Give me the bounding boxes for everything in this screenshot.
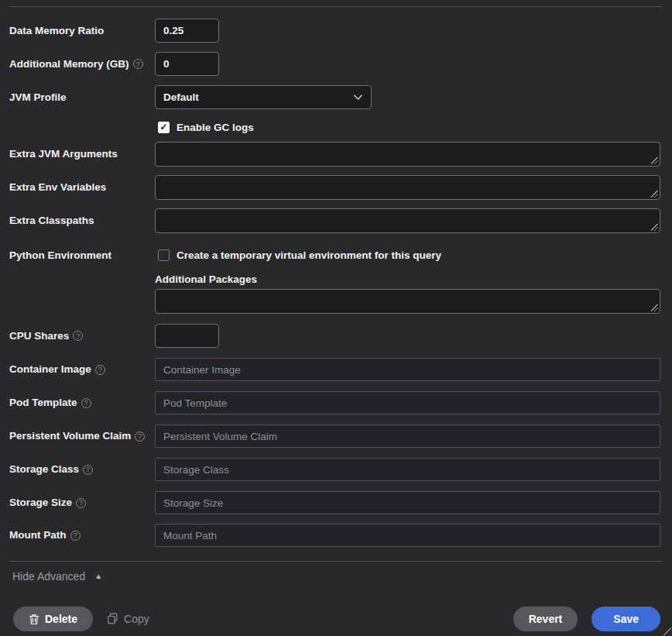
top-divider bbox=[9, 6, 662, 7]
field-row-storage-size: Storage Size ? bbox=[0, 491, 660, 514]
extra-jvm-arguments-textarea[interactable] bbox=[155, 142, 660, 167]
field-row-python-environment: Python Environment Create a temporary vi… bbox=[0, 249, 660, 314]
extra-jvm-arguments-label: Extra JVM Arguments bbox=[9, 148, 155, 160]
storage-size-input[interactable] bbox=[155, 491, 660, 514]
label-text: Additional Memory (GB) bbox=[9, 58, 129, 70]
field-row-additional-memory: Additional Memory (GB) ? bbox=[0, 52, 660, 76]
field-row-persistent-volume-claim: Persistent Volume Claim ? bbox=[0, 425, 660, 448]
persistent-volume-claim-label: Persistent Volume Claim ? bbox=[9, 430, 155, 442]
copy-icon bbox=[107, 613, 118, 625]
pod-template-label: Pod Template ? bbox=[9, 397, 155, 409]
delete-button-label: Delete bbox=[45, 613, 77, 625]
field-row-mount-path: Mount Path ? bbox=[0, 524, 660, 547]
copy-button[interactable]: Copy bbox=[104, 607, 153, 631]
mount-path-input[interactable] bbox=[155, 524, 660, 547]
label-text: JVM Profile bbox=[9, 91, 67, 104]
field-row-cpu-shares: CPU Shares ? bbox=[0, 324, 660, 348]
help-icon[interactable]: ? bbox=[81, 398, 91, 408]
label-text: Extra Env Variables bbox=[9, 181, 106, 194]
field-row-container-image: Container Image ? bbox=[0, 358, 660, 381]
python-environment-label: Python Environment bbox=[9, 249, 155, 262]
revert-button-label: Revert bbox=[529, 613, 563, 625]
extra-classpaths-textarea[interactable] bbox=[155, 208, 660, 233]
jvm-profile-select[interactable]: Default bbox=[155, 85, 372, 109]
enable-gc-logs-checkbox-label: Enable GC logs bbox=[177, 122, 254, 133]
field-row-extra-classpaths: Extra Classpaths bbox=[0, 208, 660, 233]
hide-advanced-toggle[interactable]: Hide Advanced ▲ bbox=[12, 569, 102, 583]
label-text: Persistent Volume Claim bbox=[9, 430, 131, 442]
save-button[interactable]: Save bbox=[591, 607, 660, 631]
field-row-data-memory-ratio: Data Memory Ratio bbox=[0, 19, 660, 43]
storage-class-input[interactable] bbox=[155, 458, 660, 481]
collapse-arrow-icon: ▲ bbox=[94, 572, 102, 580]
jvm-profile-select-wrap: Default bbox=[155, 85, 372, 109]
additional-memory-label: Additional Memory (GB) ? bbox=[9, 58, 155, 70]
help-icon[interactable]: ? bbox=[83, 465, 93, 475]
trash-icon bbox=[29, 614, 39, 625]
help-icon[interactable]: ? bbox=[135, 431, 145, 442]
jvm-profile-label: JVM Profile bbox=[9, 91, 155, 104]
label-text: Storage Class bbox=[9, 463, 79, 476]
mount-path-label: Mount Path ? bbox=[9, 529, 155, 541]
label-text: Mount Path bbox=[9, 529, 67, 541]
container-image-label: Container Image ? bbox=[9, 363, 155, 376]
label-text: Pod Template bbox=[9, 397, 77, 409]
save-button-label: Save bbox=[613, 613, 639, 625]
checkbox-checked-icon[interactable] bbox=[158, 122, 170, 133]
help-icon[interactable]: ? bbox=[95, 365, 105, 375]
advanced-divider bbox=[9, 561, 662, 562]
container-image-input[interactable] bbox=[155, 358, 660, 381]
help-icon[interactable]: ? bbox=[76, 498, 86, 508]
help-icon[interactable]: ? bbox=[73, 331, 83, 341]
cpu-shares-label: CPU Shares ? bbox=[9, 330, 155, 342]
label-text: Storage Size bbox=[9, 497, 72, 509]
copy-button-label: Copy bbox=[124, 613, 149, 625]
data-memory-ratio-input[interactable] bbox=[155, 19, 219, 43]
field-row-enable-gc-logs: Enable GC logs bbox=[0, 119, 660, 133]
checkbox-unchecked-icon[interactable] bbox=[158, 249, 170, 261]
field-row-jvm-profile: JVM Profile Default bbox=[0, 85, 660, 109]
enable-gc-logs-checkbox-row[interactable]: Enable GC logs bbox=[158, 122, 254, 133]
python-venv-checkbox-label: Create a temporary virtual environment f… bbox=[177, 249, 441, 261]
pod-template-input[interactable] bbox=[155, 391, 660, 414]
revert-button[interactable]: Revert bbox=[513, 607, 578, 631]
persistent-volume-claim-input[interactable] bbox=[155, 425, 660, 448]
label-text: Extra Classpaths bbox=[9, 215, 94, 227]
additional-memory-input[interactable] bbox=[155, 52, 219, 76]
label-text: Python Environment bbox=[9, 249, 111, 262]
extra-classpaths-label: Extra Classpaths bbox=[9, 215, 155, 227]
storage-class-label: Storage Class ? bbox=[9, 463, 155, 476]
label-text: Container Image bbox=[9, 363, 91, 376]
python-venv-checkbox-row[interactable]: Create a temporary virtual environment f… bbox=[158, 249, 441, 261]
extra-env-variables-label: Extra Env Variables bbox=[9, 181, 155, 194]
field-row-storage-class: Storage Class ? bbox=[0, 458, 660, 481]
footer-action-bar: Delete Copy Revert Save bbox=[13, 607, 660, 631]
field-row-extra-env-variables: Extra Env Variables bbox=[0, 175, 660, 200]
label-text: Data Memory Ratio bbox=[9, 25, 104, 37]
label-text: Extra JVM Arguments bbox=[9, 148, 118, 160]
window-resize-grip-icon[interactable] bbox=[663, 627, 671, 635]
additional-packages-label: Additional Packages bbox=[155, 273, 660, 285]
help-icon[interactable]: ? bbox=[70, 531, 81, 541]
label-text: CPU Shares bbox=[9, 330, 69, 342]
help-icon[interactable]: ? bbox=[133, 59, 143, 69]
extra-env-variables-textarea[interactable] bbox=[155, 175, 660, 200]
additional-packages-textarea[interactable] bbox=[155, 289, 660, 314]
field-row-extra-jvm-arguments: Extra JVM Arguments bbox=[0, 142, 660, 167]
hide-advanced-label: Hide Advanced bbox=[12, 570, 85, 583]
delete-button[interactable]: Delete bbox=[13, 607, 93, 631]
cpu-shares-input[interactable] bbox=[155, 324, 219, 348]
storage-size-label: Storage Size ? bbox=[9, 497, 155, 509]
field-row-pod-template: Pod Template ? bbox=[0, 391, 660, 414]
data-memory-ratio-label: Data Memory Ratio bbox=[9, 25, 155, 37]
